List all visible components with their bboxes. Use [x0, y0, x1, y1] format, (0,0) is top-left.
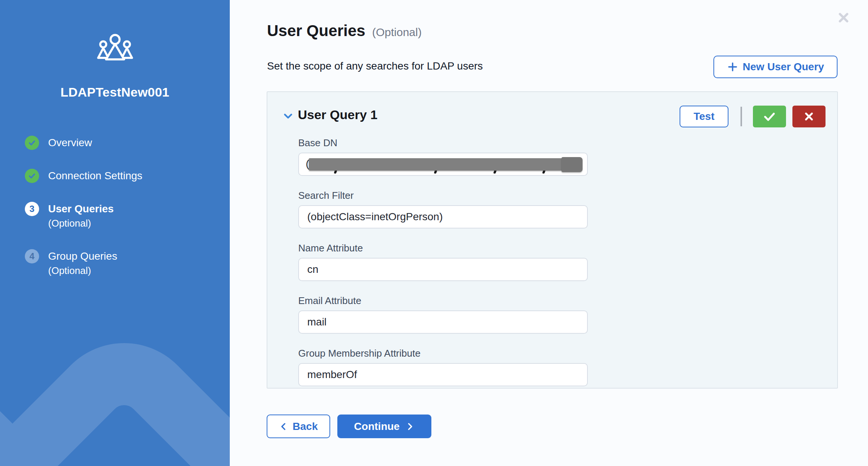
page-title-optional: (Optional) — [372, 26, 422, 39]
name-attribute-label: Name Attribute — [298, 242, 588, 254]
people-group-icon — [97, 34, 133, 62]
group-membership-attribute-label: Group Membership Attribute — [298, 348, 588, 359]
redaction-bar — [309, 158, 563, 171]
close-icon[interactable] — [836, 10, 851, 26]
step-sublabel: (Optional) — [48, 218, 91, 229]
email-attribute-input[interactable] — [298, 310, 588, 334]
step-label: Overview — [48, 137, 92, 148]
new-user-query-label: New User Query — [743, 61, 824, 73]
wizard-steps: Overview Connection Settings 3 User Quer… — [0, 136, 230, 278]
connection-name: LDAPTestNew001 — [0, 85, 230, 100]
user-query-card: User Query 1 Test Base DN ( — [267, 91, 838, 389]
chevron-down-icon[interactable] — [282, 112, 294, 122]
step-complete-check-icon — [25, 136, 39, 150]
page-title: User Queries — [267, 22, 365, 40]
back-button[interactable]: Back — [267, 415, 330, 438]
chevron-left-icon — [279, 422, 289, 431]
x-mark-icon — [802, 109, 816, 124]
step-complete-check-icon — [25, 169, 39, 183]
search-filter-input[interactable] — [298, 205, 588, 228]
redaction-bar-end — [561, 157, 583, 172]
step-number-badge: 4 — [25, 249, 39, 263]
step-connection-settings[interactable]: Connection Settings — [25, 169, 230, 183]
group-membership-attribute-input[interactable] — [298, 363, 588, 386]
base-dn-field: Base DN ( — [298, 137, 588, 176]
sidebar-header: LDAPTestNew001 — [0, 0, 230, 100]
step-label: Connection Settings — [48, 170, 143, 182]
step-label: Group Queries — [48, 250, 117, 262]
step-number-badge: 3 — [25, 202, 39, 216]
plus-icon — [727, 61, 738, 73]
page-heading-row: User Queries (Optional) — [267, 22, 422, 40]
email-attribute-label: Email Attribute — [298, 295, 588, 307]
test-button[interactable]: Test — [680, 106, 728, 127]
new-user-query-button[interactable]: New User Query — [713, 56, 838, 78]
name-attribute-field: Name Attribute — [298, 242, 588, 281]
step-sublabel: (Optional) — [48, 265, 91, 276]
search-filter-field: Search Filter — [298, 190, 588, 228]
name-attribute-input[interactable] — [298, 258, 588, 281]
user-query-title: User Query 1 — [298, 107, 378, 122]
group-membership-attribute-field: Group Membership Attribute — [298, 348, 588, 386]
page-subtitle: Set the scope of any searches for LDAP u… — [267, 60, 483, 72]
step-user-queries[interactable]: 3 User Queries (Optional) — [25, 202, 230, 230]
search-filter-label: Search Filter — [298, 190, 588, 201]
actions-divider — [741, 107, 742, 126]
step-overview[interactable]: Overview — [25, 136, 230, 150]
step-label: User Queries — [48, 203, 114, 215]
chevron-right-icon — [405, 422, 415, 431]
email-attribute-field: Email Attribute — [298, 295, 588, 334]
confirm-button[interactable] — [753, 106, 786, 127]
wizard-sidebar: LDAPTestNew001 Overview Connection Setti… — [0, 0, 230, 466]
base-dn-label: Base DN — [298, 137, 588, 149]
ldap-wizard-dialog: LDAPTestNew001 Overview Connection Setti… — [0, 0, 868, 466]
delete-button[interactable] — [792, 106, 826, 127]
continue-button[interactable]: Continue — [337, 415, 431, 438]
check-icon — [762, 109, 777, 124]
wizard-content: User Queries (Optional) Set the scope of… — [230, 0, 868, 466]
sidebar-watermark-shape — [0, 312, 230, 466]
step-group-queries[interactable]: 4 Group Queries (Optional) — [25, 249, 230, 278]
